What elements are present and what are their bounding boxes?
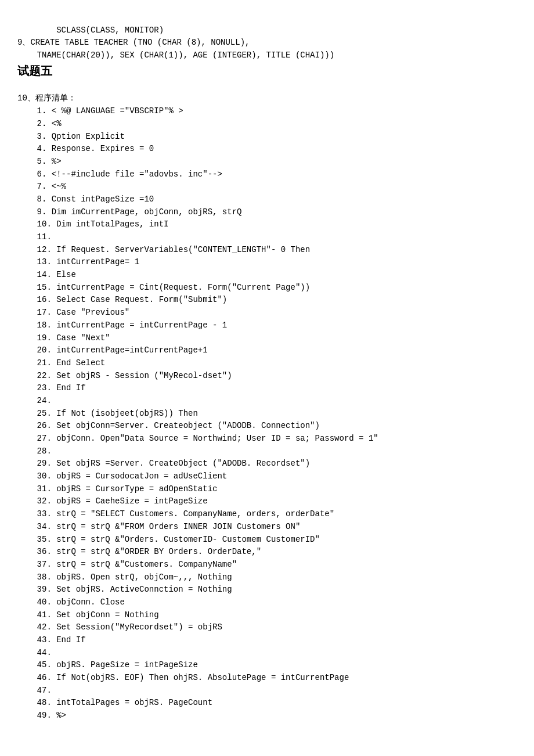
code-body: 10、程序清单： 1. < %@ LANGUAGE ="VBSCRIP"% > …	[17, 80, 517, 747]
line-44: 39. Set objRS. ActiveConnction = Nothing	[17, 585, 232, 594]
line-37: 32. objRS = CaeheSize = intPageSize	[17, 496, 208, 506]
line-36: 31. objRS = CursorType = adOpenStatic	[17, 484, 217, 494]
line-47: 42. Set Session("MyRecordset") = objRS	[17, 622, 222, 632]
line-23: 18. intCurrentPage = intCurrentPage - 1	[17, 321, 227, 330]
line-22: 17. Case "Previous"	[17, 308, 129, 317]
line-20: 15. intCurrentPage = Cint(Request. Form(…	[17, 283, 310, 292]
line-54: 49. %>	[17, 711, 66, 720]
line-11: 6. <!--#include file ="adovbs. inc"-->	[17, 170, 222, 179]
line-10: 5. %>	[17, 157, 62, 166]
line-49: 44.	[17, 648, 52, 657]
line-34: 29. Set objRS =Server. CreateObject ("AD…	[17, 459, 310, 468]
line-50: 45. objRS. PageSize = intPageSize	[17, 660, 198, 669]
line-21: 16. Select Case Request. Form("Submit")	[17, 295, 227, 304]
line-28: 23. End If	[17, 383, 86, 393]
line-6: 1. < %@ LANGUAGE ="VBSCRIP"% >	[17, 106, 183, 116]
line-39: 34. strQ = strQ &"FROM Orders INNER JOIN…	[17, 522, 300, 531]
line-12: 7. <~%	[17, 182, 66, 191]
line-30: 25. If Not (isobjeet(objRS)) Then	[17, 409, 198, 418]
line-3: TNAME(CHAR(20)), SEX (CHAR(1)), AGE (INT…	[17, 51, 334, 60]
line-15: 10. Dim intTotalPages, intI	[17, 219, 168, 229]
code-container: SCLASS(CLASS, MONITOR) 9、CREATE TABLE TE…	[17, 12, 517, 62]
main-content: SCLASS(CLASS, MONITOR) 9、CREATE TABLE TE…	[17, 12, 517, 747]
line-2: 9、CREATE TABLE TEACHER (TNO (CHAR (8), N…	[17, 38, 250, 47]
line-19: 14. Else	[17, 270, 76, 279]
line-41: 36. strQ = strQ &"ORDER BY Orders. Order…	[17, 547, 261, 556]
line-43: 38. objRS. Open strQ, objCom~,,, Nothing	[17, 573, 232, 582]
line-16: 11.	[17, 232, 52, 242]
line-46: 41. Set objConn = Nothing	[17, 610, 159, 620]
line-9: 4. Response. Expires = 0	[17, 144, 154, 153]
line-13: 8. Const intPageSize =10	[17, 195, 154, 204]
line-51: 46. If Not(objRS. EOF) Then ohjRS. Absol…	[17, 673, 349, 682]
line-8: 3. Qption Explicit	[17, 132, 125, 141]
line-17: 12. If Request. ServerVariables("CONTENT…	[17, 245, 310, 254]
line-45: 40. objConn. Close	[17, 597, 125, 607]
line-24: 19. Case "Next"	[17, 333, 110, 343]
line-26: 21. End Select	[17, 358, 105, 368]
line-31: 26. Set objConn=Server. Createobject ("A…	[17, 421, 320, 430]
line-29: 24.	[17, 396, 52, 405]
line-27: 22. Set objRS - Session ("MyRecol-dset")	[17, 371, 232, 380]
line-14: 9. Dim imCurrentPage, objConn, objRS, st…	[17, 207, 241, 217]
line-38: 33. strQ = "SELECT Customers. CompanyNam…	[17, 509, 334, 519]
line-intro: 10、程序清单：	[17, 93, 76, 103]
line-40: 35. strQ = strQ &"Orders. CustomerID- Cu…	[17, 535, 320, 544]
line-32: 27. objConn. Open"Data Source = Northwin…	[17, 434, 378, 443]
line-7: 2. <%	[17, 119, 62, 128]
line-25: 20. intCurrentPage=intCurrentPage+1	[17, 345, 208, 355]
section-header: 试题五	[17, 62, 517, 80]
line-18: 13. intCurrentPage= 1	[17, 257, 139, 267]
line-33: 28.	[17, 447, 52, 456]
line-48: 43. End If	[17, 635, 86, 645]
line-42: 37. strQ = strQ &"Customers. CompanyName…	[17, 560, 237, 569]
line-35: 30. objRS = CursodocatJon = adUseClient	[17, 471, 227, 481]
line-1: SCLASS(CLASS, MONITOR)	[37, 26, 164, 35]
line-53: 48. intTotalPages = objRS. PageCount	[17, 698, 212, 707]
line-52: 47.	[17, 686, 52, 695]
